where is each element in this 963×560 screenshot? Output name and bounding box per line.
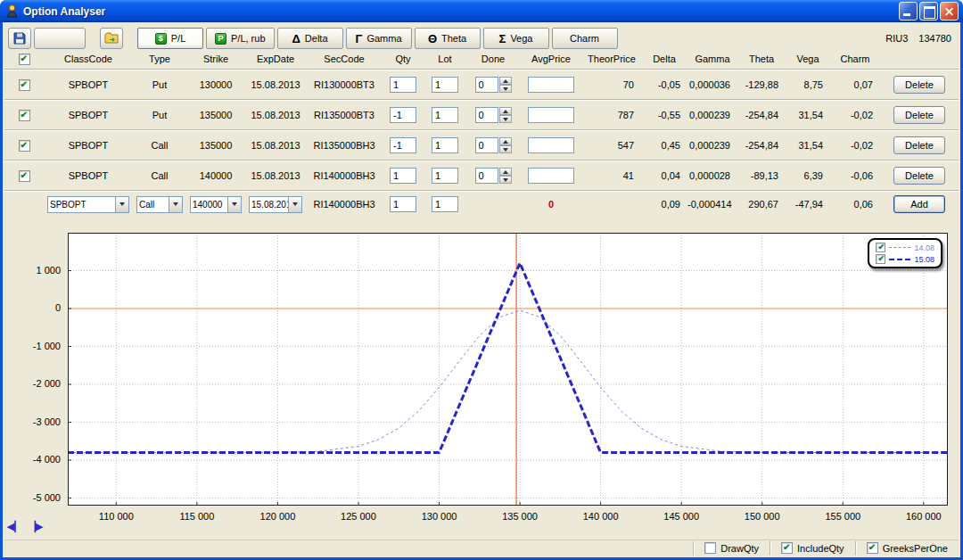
legend-series2-checkbox[interactable] [876,254,885,264]
spinner-up-icon[interactable] [499,107,512,115]
tab-gamma[interactable]: Γ Gamma [346,28,412,49]
tab-theta[interactable]: Θ Theta [415,28,481,49]
done-spinner-input[interactable] [475,77,498,93]
col-header-vega: Vega [786,54,830,64]
includeqty-checkbox[interactable]: IncludeQty [770,541,855,556]
tab-label: Gamma [366,33,401,44]
y-tick-label: -5 000 [5,492,61,503]
row-enabled-checkbox[interactable] [19,79,30,91]
greeksperone-checkbox[interactable]: GreeksPerOne [855,541,959,556]
tab-label: Vega [510,33,532,44]
done-spinner-input[interactable] [475,107,498,123]
select-all-checkbox[interactable] [19,54,30,65]
x-tick-label: 120 000 [246,511,309,522]
charm-value: 0,07 [830,79,880,90]
expdate-value: 15.08.2013 [245,140,306,151]
chart-panel: 14.08 15.08 1 0000-1 000-2 000-3 000-4 0… [5,220,956,538]
seccode-value: RI135000BH3 [306,140,383,151]
spinner-up-icon[interactable] [499,77,512,85]
add-done-value: 0 [520,199,582,210]
tab-label: Delta [305,33,328,44]
add-vega-value: -47,94 [786,199,830,210]
type-select[interactable]: Call [136,196,183,213]
delta-value: -0,05 [641,79,687,90]
legend-series1-checkbox[interactable] [876,243,885,252]
chart-scroll-left-icon[interactable] [7,522,22,531]
chart-scrollers [7,522,43,531]
charm-value: -0,06 [830,170,880,181]
delete-button[interactable]: Delete [893,76,945,94]
table-row: SPBOPT Put 135000 15.08.2013 RI135000BT3… [4,101,959,129]
gamma-value: 0,000036 [687,79,737,90]
lot-input[interactable] [432,77,458,93]
add-button[interactable]: Add [893,195,945,213]
delete-button[interactable]: Delete [893,106,945,124]
spinner-down-icon[interactable] [499,85,512,93]
qty-input[interactable] [390,77,416,93]
sigma-icon: Σ [499,33,506,45]
avgprice-input[interactable] [528,77,574,93]
tab-charm[interactable]: Charm [552,28,618,49]
add-lot-input[interactable] [432,196,458,212]
strike-select[interactable]: 140000 [190,196,242,213]
maximize-button[interactable] [919,2,938,21]
add-qty-input[interactable] [390,196,416,212]
row-enabled-checkbox[interactable] [19,170,30,182]
delete-button[interactable]: Delete [893,136,945,154]
type-value: Call [133,140,186,151]
spinner-up-icon[interactable] [499,137,512,145]
spinner-down-icon[interactable] [499,145,512,153]
lot-input[interactable] [432,107,458,123]
dropdown-arrow-icon [288,197,301,212]
qty-input[interactable] [390,137,416,153]
qty-input[interactable] [390,107,416,123]
y-tick-label: -4 000 [5,454,61,465]
minimize-button[interactable] [899,2,918,21]
dropdown-arrow-icon [227,197,241,212]
vega-value: 6,39 [786,170,830,181]
chart-scroll-right-icon[interactable] [28,522,43,531]
checkbox-icon [781,542,793,554]
title-bar[interactable]: Option Analyser [0,0,963,22]
theta-value: -254,84 [737,110,786,120]
ruble-icon: P [215,33,226,45]
table-row: SPBOPT Call 135000 15.08.2013 RI135000BH… [4,131,959,160]
lot-input[interactable] [432,168,458,184]
tab-pl[interactable]: $ P/L [137,28,203,49]
spinner-down-icon[interactable] [499,176,512,184]
expdate-select[interactable]: 15.08.2013 [249,196,302,213]
qty-input[interactable] [390,168,416,184]
spinner-down-icon[interactable] [499,115,512,123]
y-tick-label: -3 000 [5,416,61,427]
seccode-value: RI135000BT3 [306,110,383,120]
type-value: Call [133,170,186,181]
tab-delta[interactable]: Δ Delta [277,28,343,49]
theorprice-value: 70 [582,79,641,90]
x-tick-label: 115 000 [166,511,228,522]
tab-pl-rub[interactable]: P P/L, rub [206,28,275,49]
done-spinner-input[interactable] [475,168,498,184]
window-title: Option Analyser [23,5,899,18]
add-theta-value: 290,67 [737,199,786,210]
gamma-icon: Γ [356,33,363,45]
toolbar-blank-button[interactable] [34,28,86,49]
tab-vega[interactable]: Σ Vega [483,28,549,49]
pl-chart[interactable]: 14.08 15.08 [68,233,948,506]
row-enabled-checkbox[interactable] [19,110,30,121]
expdate-value: 15.08.2013 [245,110,306,120]
classcode-select[interactable]: SPBOPT [47,196,129,213]
vega-value: 8,75 [786,79,830,90]
open-folder-button[interactable] [100,28,123,49]
spinner-up-icon[interactable] [499,168,512,176]
delete-button[interactable]: Delete [893,167,945,185]
avgprice-input[interactable] [528,137,574,153]
add-delta-value: 0,09 [641,199,687,210]
close-button[interactable] [940,2,959,21]
avgprice-input[interactable] [528,107,574,123]
drawqty-checkbox[interactable]: DrawQty [693,541,770,556]
row-enabled-checkbox[interactable] [19,140,30,152]
lot-input[interactable] [432,137,458,153]
avgprice-input[interactable] [528,168,574,184]
save-button[interactable] [8,28,31,49]
done-spinner-input[interactable] [475,137,498,153]
